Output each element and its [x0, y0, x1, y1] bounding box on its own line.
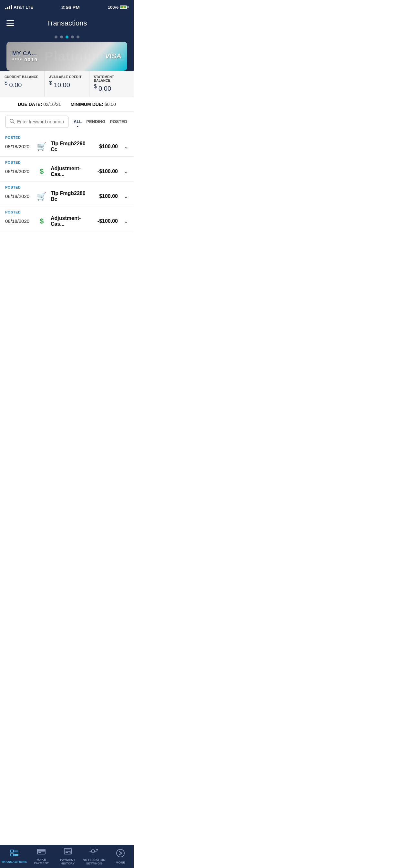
transaction-main: 08/18/2020 🛒 Tlp Fmgb2290 Cc $100.00 ⌄ — [5, 141, 128, 152]
carousel-dot-2[interactable] — [60, 35, 63, 38]
transaction-main: 08/18/2020 $ Adjustment-Cas... -$100.00 … — [5, 215, 128, 227]
transaction-amount: $100.00 — [95, 144, 118, 150]
carousel-dot-3[interactable] — [66, 35, 68, 38]
due-date-item: DUE DATE: 02/16/21 — [18, 102, 61, 107]
battery-percent: 100% — [108, 5, 119, 10]
carrier-label: AT&T LTE — [13, 5, 33, 10]
carousel-dot-4[interactable] — [71, 35, 74, 38]
status-bar: AT&T LTE 2:56 PM 100% ⚡ — [0, 0, 134, 14]
transaction-amount: -$100.00 — [95, 218, 118, 224]
due-date-row: DUE DATE: 02/16/21 MINIMUM DUE: $0.00 — [0, 97, 134, 112]
cart-icon: 🛒 — [36, 142, 47, 151]
transaction-name: Tlp Fmgb2290 Cc — [51, 141, 91, 152]
transaction-date: 08/18/2020 — [5, 193, 33, 199]
status-right: 100% ⚡ — [108, 5, 128, 10]
header: Transactions — [0, 14, 134, 32]
minimum-due-label: MINIMUM DUE: — [71, 102, 103, 107]
transaction-status: POSTED — [5, 135, 128, 140]
available-credit-item: AVAILABLE CREDIT $ 10.00 — [44, 71, 89, 97]
filter-tab-posted[interactable]: POSTED — [109, 119, 128, 125]
carousel-dots — [6, 35, 127, 38]
transaction-status: POSTED — [5, 210, 128, 214]
chevron-down-icon[interactable]: ⌄ — [124, 218, 128, 225]
status-left: AT&T LTE — [5, 5, 33, 10]
card-left: MY CA... **** 0019 — [12, 51, 38, 62]
transaction-name: Adjustment-Cas... — [51, 215, 91, 227]
transaction-main: 08/18/2020 $ Adjustment-Cas... -$100.00 … — [5, 166, 128, 177]
carousel-dot-1[interactable] — [55, 35, 58, 38]
table-row[interactable]: POSTED 08/18/2020 $ Adjustment-Cas... -$… — [0, 157, 134, 182]
current-balance-dollar: $ — [4, 80, 7, 86]
search-input[interactable] — [17, 119, 64, 124]
signal-bars-icon — [5, 5, 12, 9]
card-section: MY CA... **** 0019 VISA Platinum Rew — [0, 32, 134, 71]
table-row[interactable]: POSTED 08/18/2020 $ Adjustment-Cas... -$… — [0, 206, 134, 231]
minimum-due-value: $0.00 — [104, 102, 116, 107]
transactions-list: POSTED 08/18/2020 🛒 Tlp Fmgb2290 Cc $100… — [0, 132, 134, 231]
due-date-value: 02/16/21 — [43, 102, 61, 107]
balance-bar: CURRENT BALANCE $ 0.00 AVAILABLE CREDIT … — [0, 71, 134, 97]
transaction-amount: -$100.00 — [95, 168, 118, 175]
battery-icon: ⚡ — [120, 5, 128, 9]
dollar-icon: $ — [36, 217, 47, 225]
cart-icon: 🛒 — [36, 192, 47, 201]
transaction-date: 08/18/2020 — [5, 218, 33, 224]
search-filter-row: ALL PENDING POSTED — [0, 112, 134, 132]
filter-tab-pending[interactable]: PENDING — [85, 119, 106, 125]
current-balance-label: CURRENT BALANCE — [4, 75, 41, 79]
statement-balance-dollar: $ — [94, 84, 97, 89]
available-credit-label: AVAILABLE CREDIT — [49, 75, 86, 79]
svg-line-1 — [13, 122, 14, 123]
transaction-main: 08/18/2020 🛒 Tlp Fmgb2280 Bc $100.00 ⌄ — [5, 190, 128, 202]
minimum-due-item: MINIMUM DUE: $0.00 — [71, 102, 116, 107]
time-label: 2:56 PM — [61, 4, 80, 10]
statement-balance-label: STATEMENT BALANCE — [94, 75, 130, 82]
due-date-label: DUE DATE: — [18, 102, 42, 107]
transaction-name: Adjustment-Cas... — [51, 166, 91, 177]
credit-card[interactable]: MY CA... **** 0019 VISA Platinum Rew — [6, 42, 127, 71]
statement-balance-item: STATEMENT BALANCE $ 0.00 — [89, 71, 134, 97]
chevron-down-icon[interactable]: ⌄ — [124, 193, 128, 200]
transaction-date: 08/18/2020 — [5, 144, 33, 149]
current-balance-amount: $ 0.00 — [4, 80, 41, 89]
table-row[interactable]: POSTED 08/18/2020 🛒 Tlp Fmgb2290 Cc $100… — [0, 132, 134, 157]
available-credit-dollar: $ — [49, 80, 52, 86]
filter-tab-all[interactable]: ALL — [72, 119, 83, 125]
chevron-down-icon[interactable]: ⌄ — [124, 143, 128, 150]
transaction-status: POSTED — [5, 160, 128, 164]
page-title: Transactions — [47, 19, 87, 27]
dollar-icon: $ — [36, 167, 47, 176]
transaction-status: POSTED — [5, 185, 128, 189]
statement-balance-amount: $ 0.00 — [94, 84, 130, 92]
transaction-amount: $100.00 — [95, 193, 118, 199]
card-number: **** 0019 — [12, 57, 38, 62]
filter-tabs: ALL PENDING POSTED — [72, 119, 128, 125]
available-credit-amount: $ 10.00 — [49, 80, 86, 89]
card-name: MY CA... — [12, 51, 38, 57]
search-box — [5, 116, 68, 128]
carousel-dot-5[interactable] — [76, 35, 80, 38]
search-icon — [9, 119, 14, 125]
menu-button[interactable] — [6, 20, 14, 26]
transaction-date: 08/18/2020 — [5, 168, 33, 174]
transaction-name: Tlp Fmgb2280 Bc — [51, 190, 91, 202]
current-balance-item: CURRENT BALANCE $ 0.00 — [0, 71, 44, 97]
table-row[interactable]: POSTED 08/18/2020 🛒 Tlp Fmgb2280 Bc $100… — [0, 182, 134, 206]
card-network-logo: VISA — [105, 52, 121, 60]
card-right: VISA — [105, 52, 121, 60]
chevron-down-icon[interactable]: ⌄ — [124, 168, 128, 175]
